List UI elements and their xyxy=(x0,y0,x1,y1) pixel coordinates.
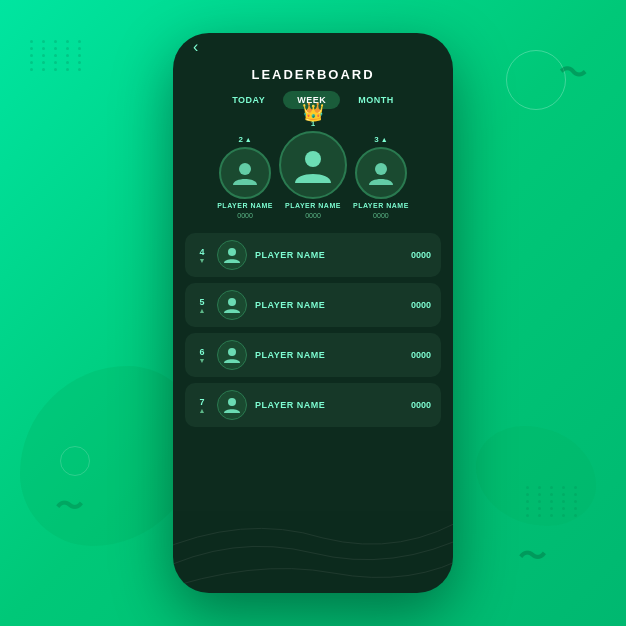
tab-today[interactable]: TODAY xyxy=(218,91,279,109)
list-rank-7: 7 ▲ xyxy=(195,397,209,414)
list-name-6: PLAYER NAME xyxy=(255,350,403,360)
list-score-6: 0000 xyxy=(411,350,431,360)
tab-month[interactable]: MONTH xyxy=(344,91,408,109)
list-score-4: 0000 xyxy=(411,250,431,260)
bg-blob-2 xyxy=(476,426,596,526)
podium-player-3: 3 ▲ PLAYER NAME 0000 xyxy=(353,135,409,219)
svg-point-2 xyxy=(375,163,387,175)
avatar-2 xyxy=(219,147,271,199)
list-rank-4: 4 ▼ xyxy=(195,247,209,264)
podium-player-2: 2 ▲ PLAYER NAME 0000 xyxy=(217,135,273,219)
list-name-5: PLAYER NAME xyxy=(255,300,403,310)
leaderboard-list: 4 ▼ PLAYER NAME 0000 5 ▲ xyxy=(173,229,453,593)
phone-frame: ‹ LEADERBOARD TODAY WEEK MONTH 2 ▲ PLAYE… xyxy=(173,33,453,593)
player-1-score: 0000 xyxy=(305,212,321,219)
status-bar: ‹ xyxy=(173,33,453,61)
avatar-1 xyxy=(279,131,347,199)
podium: 2 ▲ PLAYER NAME 0000 👑 1 xyxy=(173,119,453,229)
list-rank-6: 6 ▼ xyxy=(195,347,209,364)
list-item[interactable]: 7 ▲ PLAYER NAME 0000 xyxy=(185,383,441,427)
svg-point-4 xyxy=(228,298,236,306)
svg-point-3 xyxy=(228,248,236,256)
list-avatar-4 xyxy=(217,240,247,270)
podium-player-1: 👑 1 PLAYER NAME 0000 xyxy=(279,119,347,219)
list-item[interactable]: 4 ▼ PLAYER NAME 0000 xyxy=(185,233,441,277)
list-score-5: 0000 xyxy=(411,300,431,310)
player-1-name: PLAYER NAME xyxy=(285,202,341,209)
rank-2-arrow: ▲ xyxy=(245,136,252,143)
back-arrow-icon[interactable]: ‹ xyxy=(193,38,198,56)
list-name-7: PLAYER NAME xyxy=(255,400,403,410)
list-avatar-6 xyxy=(217,340,247,370)
rank-3-arrow: ▲ xyxy=(381,136,388,143)
player-2-name: PLAYER NAME xyxy=(217,202,273,209)
list-name-4: PLAYER NAME xyxy=(255,250,403,260)
player-2-score: 0000 xyxy=(237,212,253,219)
player-3-name: PLAYER NAME xyxy=(353,202,409,209)
list-avatar-5 xyxy=(217,290,247,320)
bg-squiggle-1: 〜 xyxy=(555,53,589,95)
svg-point-0 xyxy=(239,163,251,175)
list-item[interactable]: 5 ▲ PLAYER NAME 0000 xyxy=(185,283,441,327)
list-avatar-7 xyxy=(217,390,247,420)
bg-decoration-dots-tl xyxy=(30,40,90,100)
player-3-score: 0000 xyxy=(373,212,389,219)
rank-2-number: 2 xyxy=(238,135,242,144)
svg-point-6 xyxy=(228,398,236,406)
crown-icon: 👑 xyxy=(302,101,324,123)
rank-3-number: 3 xyxy=(374,135,378,144)
bg-squiggle-3: 〜 xyxy=(518,538,546,576)
header: LEADERBOARD xyxy=(173,61,453,91)
list-score-7: 0000 xyxy=(411,400,431,410)
list-rank-5: 5 ▲ xyxy=(195,297,209,314)
avatar-3 xyxy=(355,147,407,199)
page-title: LEADERBOARD xyxy=(251,67,374,82)
list-item[interactable]: 6 ▼ PLAYER NAME 0000 xyxy=(185,333,441,377)
svg-point-5 xyxy=(228,348,236,356)
svg-point-1 xyxy=(305,151,321,167)
